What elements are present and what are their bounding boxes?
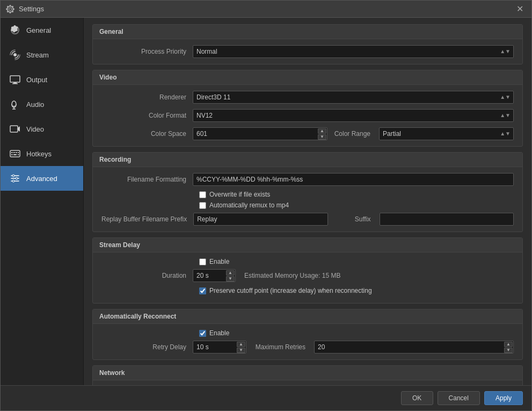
general-section-body: Process Priority Normal ▲▼: [93, 39, 522, 64]
auto-reconnect-enable-label: Enable: [209, 329, 229, 337]
svg-rect-4: [12, 83, 18, 84]
window-title: Settings: [19, 5, 513, 13]
sidebar-item-hotkeys[interactable]: Hotkeys: [1, 141, 83, 166]
stream-delay-enable-label: Enable: [209, 258, 229, 265]
duration-label: Duration: [101, 272, 193, 279]
video-section: Video Renderer Direct3D 11 ▲▼: [92, 70, 523, 147]
sidebar-label-hotkeys: Hotkeys: [26, 150, 52, 158]
stream-delay-enable-row: Enable: [199, 258, 514, 265]
recording-section: Recording Filename Formatting Overwrite …: [92, 152, 523, 232]
remux-row: Automatically remux to mp4: [199, 201, 514, 209]
svg-rect-14: [11, 154, 13, 155]
retry-delay-label: Retry Delay: [101, 343, 193, 351]
color-space-label: Color Space: [101, 130, 193, 138]
color-space-inline: ▲ ▼ Color Range Partial ▲▼: [193, 127, 514, 140]
replay-suffix-label: Suffix: [332, 215, 375, 223]
process-priority-select[interactable]: Normal: [193, 45, 514, 58]
recording-section-body: Filename Formatting Overwrite if file ex…: [93, 167, 522, 232]
color-space-row: Color Space ▲ ▼ Color Range: [101, 127, 514, 141]
sidebar-label-advanced: Advanced: [26, 175, 57, 183]
color-format-row: Color Format NV12 ▲▼: [101, 109, 514, 122]
stream-icon: [9, 49, 21, 61]
replay-suffix-input[interactable]: [380, 213, 514, 226]
svg-rect-10: [11, 152, 13, 153]
sidebar-item-output[interactable]: Output: [1, 67, 83, 92]
renderer-label: Renderer: [101, 93, 193, 101]
duration-down-button[interactable]: ▼: [226, 276, 235, 282]
footer: OK Cancel Apply: [1, 385, 531, 410]
sidebar: General Stream: [1, 18, 84, 385]
color-space-spinner: ▲ ▼: [193, 127, 327, 140]
retry-delay-down-button[interactable]: ▼: [237, 348, 245, 353]
duration-row: Duration ▲ ▼ Estimated Memory Usage: 15 …: [101, 269, 514, 283]
output-icon: [9, 74, 21, 85]
content-area: General Stream: [1, 18, 531, 385]
overwrite-label: Overwrite if file exists: [209, 191, 270, 198]
svg-point-1: [13, 53, 17, 56]
retry-delay-up-button[interactable]: ▲: [237, 342, 245, 347]
svg-point-18: [16, 177, 18, 179]
svg-point-17: [12, 175, 14, 177]
max-retries-up-button[interactable]: ▲: [504, 342, 513, 347]
svg-rect-9: [10, 150, 20, 157]
video-section-header: Video: [93, 70, 522, 85]
sidebar-item-stream[interactable]: Stream: [1, 42, 83, 67]
overwrite-checkbox[interactable]: [199, 191, 206, 198]
settings-window: Settings ✕ General: [0, 0, 532, 411]
retry-delay-arrows: ▲ ▼: [237, 342, 245, 353]
sidebar-label-audio: Audio: [26, 100, 44, 109]
network-section: Network Bind to IP Default ▲▼: [92, 365, 523, 385]
sidebar-label-stream: Stream: [26, 51, 49, 59]
overwrite-row: Overwrite if file exists: [199, 191, 514, 198]
ok-button[interactable]: OK: [401, 391, 433, 405]
stream-delay-section: Stream Delay Enable Duration: [92, 237, 523, 304]
network-section-body: Bind to IP Default ▲▼: [93, 380, 522, 385]
color-space-up-button[interactable]: ▲: [318, 128, 326, 134]
remux-checkbox[interactable]: [199, 202, 206, 209]
stream-delay-enable-checkbox[interactable]: [199, 258, 206, 265]
max-retries-down-button[interactable]: ▼: [504, 348, 513, 353]
color-space-arrows: ▲ ▼: [318, 128, 326, 140]
color-format-label: Color Format: [101, 112, 193, 119]
advanced-icon: [9, 172, 21, 184]
color-range-select[interactable]: Partial: [379, 127, 514, 140]
hotkeys-icon: [9, 148, 21, 160]
replay-prefix-label: Replay Buffer Filename Prefix: [101, 215, 193, 223]
duration-arrows: ▲ ▼: [226, 270, 235, 282]
max-retries-arrows: ▲ ▼: [504, 342, 513, 353]
general-section-header: General: [93, 25, 522, 39]
replay-buffer-inline: Suffix: [193, 213, 514, 226]
auto-reconnect-section: Automatically Reconnect Enable Retry Del…: [92, 309, 523, 360]
apply-button[interactable]: Apply: [484, 391, 523, 405]
color-space-down-button[interactable]: ▼: [318, 134, 326, 140]
duration-inline: ▲ ▼ Estimated Memory Usage: 15 MB: [193, 269, 514, 282]
svg-rect-8: [10, 126, 18, 132]
svg-rect-16: [18, 154, 19, 155]
general-section: General Process Priority Normal ▲▼: [92, 24, 523, 64]
replay-prefix-input[interactable]: [193, 213, 327, 226]
general-icon: [9, 24, 21, 36]
filename-formatting-row: Filename Formatting: [101, 172, 514, 186]
sidebar-item-general[interactable]: General: [1, 18, 83, 42]
max-retries-label: Maximum Retries: [251, 343, 310, 351]
replay-buffer-row: Replay Buffer Filename Prefix Suffix: [101, 212, 514, 226]
color-space-input[interactable]: [193, 127, 327, 140]
auto-reconnect-enable-checkbox[interactable]: [199, 330, 206, 337]
sidebar-item-video[interactable]: Video: [1, 117, 83, 141]
renderer-select[interactable]: Direct3D 11: [193, 91, 514, 104]
retry-delay-row: Retry Delay ▲ ▼ Maximum Retries: [101, 340, 514, 354]
color-format-select[interactable]: NV12: [193, 109, 514, 122]
preserve-checkbox[interactable]: [199, 287, 206, 294]
svg-rect-13: [18, 152, 19, 153]
filename-formatting-input[interactable]: [193, 173, 514, 186]
duration-up-button[interactable]: ▲: [226, 270, 235, 276]
close-button[interactable]: ✕: [513, 3, 526, 16]
cancel-button[interactable]: Cancel: [438, 391, 480, 405]
sidebar-item-advanced[interactable]: Advanced: [1, 166, 83, 191]
main-content: General Process Priority Normal ▲▼: [84, 18, 531, 385]
auto-reconnect-section-header: Automatically Reconnect: [93, 309, 522, 324]
sidebar-item-audio[interactable]: Audio: [1, 92, 83, 117]
max-retries-input[interactable]: [314, 341, 514, 354]
auto-reconnect-section-body: Enable Retry Delay ▲ ▼: [93, 324, 522, 359]
network-section-header: Network: [93, 366, 522, 380]
